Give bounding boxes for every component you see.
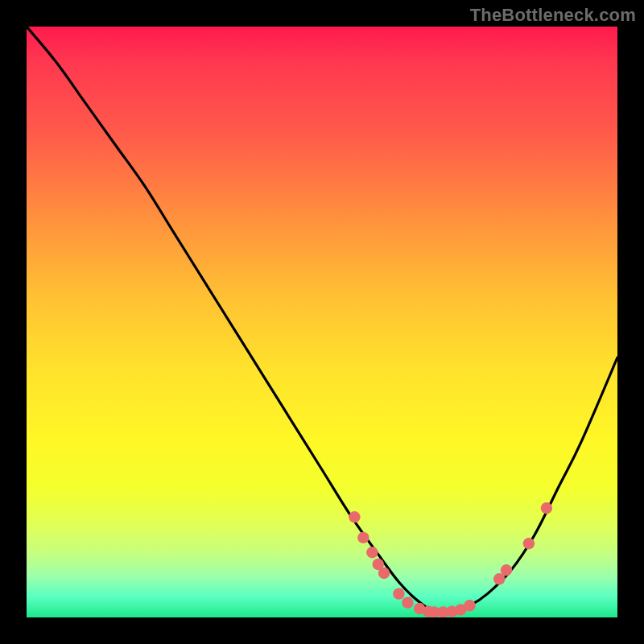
data-marker bbox=[541, 502, 552, 514]
data-marker bbox=[402, 597, 413, 608]
chart-frame: TheBottleneck.com bbox=[0, 0, 644, 644]
marker-group bbox=[349, 502, 552, 617]
data-marker bbox=[523, 538, 535, 549]
data-marker bbox=[378, 568, 390, 579]
data-marker bbox=[349, 511, 360, 522]
data-marker bbox=[464, 600, 475, 611]
gradient-plot-area bbox=[27, 27, 617, 617]
data-marker bbox=[357, 532, 369, 543]
data-marker bbox=[501, 564, 512, 576]
data-marker bbox=[393, 588, 404, 599]
curve-layer bbox=[27, 27, 617, 617]
watermark-text: TheBottleneck.com bbox=[470, 5, 636, 26]
data-marker bbox=[366, 547, 378, 558]
bottleneck-curve-path bbox=[27, 27, 617, 613]
